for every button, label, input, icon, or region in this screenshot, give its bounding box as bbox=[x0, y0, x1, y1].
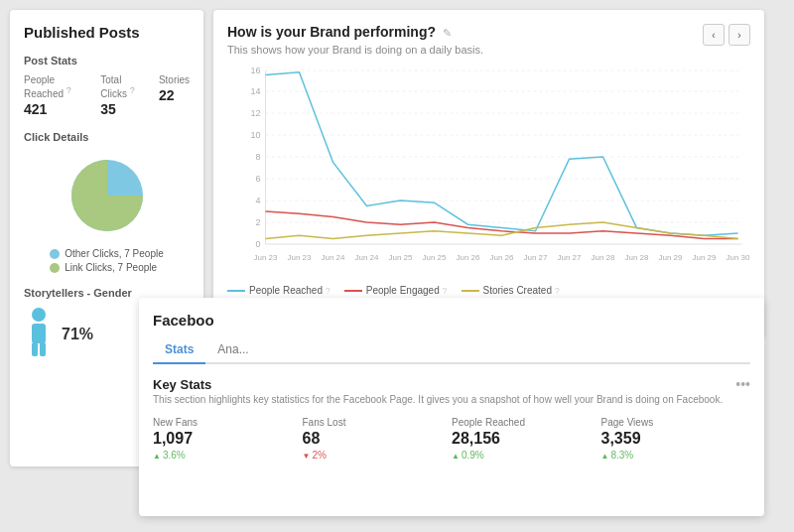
people-engaged-line bbox=[266, 211, 738, 239]
tab-analytics[interactable]: Ana... bbox=[205, 338, 260, 364]
people-reached-line bbox=[266, 72, 738, 235]
key-stats-row: New Fans 1,097 3.6% Fans Lost 68 2% Peop… bbox=[153, 417, 750, 461]
total-clicks-stat: Total Clicks ? 35 bbox=[100, 74, 147, 117]
brand-panel-subtitle: This shows how your Brand is doing on a … bbox=[227, 44, 750, 56]
svg-text:Jun 24: Jun 24 bbox=[321, 253, 345, 262]
key-stats-header: Key Stats ••• bbox=[153, 376, 750, 392]
svg-text:Jun 23: Jun 23 bbox=[253, 253, 278, 262]
key-stat-value-1: 68 bbox=[303, 430, 453, 448]
brand-line-chart: 0 2 4 6 8 10 12 14 16 Jun 23 Jun 23 Jun … bbox=[227, 66, 750, 274]
brand-chart-area: 0 2 4 6 8 10 12 14 16 Jun 23 Jun 23 Jun … bbox=[227, 66, 750, 279]
svg-rect-3 bbox=[32, 342, 38, 356]
key-stat-change-value-0: 3.6% bbox=[163, 450, 186, 461]
key-stat-value-3: 3,359 bbox=[601, 430, 751, 448]
svg-text:6: 6 bbox=[255, 174, 260, 184]
total-clicks-value: 35 bbox=[100, 101, 147, 117]
facebook-panel: Faceboo Stats Ana... Key Stats ••• This … bbox=[139, 298, 764, 516]
svg-text:Jun 29: Jun 29 bbox=[692, 253, 717, 262]
key-stat-3: Page Views 3,359 8.3% bbox=[601, 417, 751, 461]
edit-icon[interactable]: ✎ bbox=[443, 27, 452, 39]
people-reached-legend-line bbox=[227, 290, 245, 292]
key-stat-change-1: 2% bbox=[303, 450, 453, 461]
svg-text:Jun 29: Jun 29 bbox=[658, 253, 683, 262]
key-stat-label-3: Page Views bbox=[601, 417, 751, 428]
stories-value: 22 bbox=[159, 87, 190, 103]
key-stat-value-0: 1,097 bbox=[153, 430, 303, 448]
key-stat-0: New Fans 1,097 3.6% bbox=[153, 417, 303, 461]
link-clicks-dot bbox=[50, 263, 60, 273]
svg-text:Jun 27: Jun 27 bbox=[557, 253, 582, 262]
svg-text:2: 2 bbox=[255, 217, 260, 227]
people-reached-label: People Reached ? bbox=[24, 74, 88, 99]
key-stat-change-value-2: 0.9% bbox=[462, 450, 484, 461]
svg-text:Jun 26: Jun 26 bbox=[456, 253, 480, 262]
next-arrow[interactable]: › bbox=[728, 24, 750, 46]
legend-link-clicks: Link Clicks, 7 People bbox=[50, 262, 164, 273]
brand-performance-panel: How is your Brand performing? ✎ ••• This… bbox=[213, 10, 764, 337]
tab-stats[interactable]: Stats bbox=[153, 338, 205, 364]
svg-text:Jun 25: Jun 25 bbox=[422, 253, 447, 262]
key-stat-label-2: People Reached bbox=[452, 417, 601, 428]
legend-other-clicks: Other Clicks, 7 People bbox=[50, 248, 164, 259]
nav-arrows: ‹ › bbox=[703, 24, 750, 46]
arrow-up-icon-0 bbox=[153, 450, 161, 461]
pie-chart-container: Other Clicks, 7 People Link Clicks, 7 Pe… bbox=[24, 151, 190, 273]
total-clicks-label: Total Clicks ? bbox=[100, 74, 147, 99]
people-reached-value: 421 bbox=[24, 101, 88, 117]
chart-legend: Other Clicks, 7 People Link Clicks, 7 Pe… bbox=[50, 248, 164, 273]
stories-stat: Stories 22 bbox=[159, 74, 190, 117]
key-stat-1: Fans Lost 68 2% bbox=[303, 417, 453, 461]
stories-created-legend-label: Stories Created ? bbox=[483, 285, 560, 296]
key-stat-change-3: 8.3% bbox=[601, 450, 751, 461]
key-stat-label-0: New Fans bbox=[153, 417, 303, 428]
svg-text:Jun 26: Jun 26 bbox=[489, 253, 514, 262]
other-clicks-dot bbox=[50, 249, 60, 259]
stories-created-legend-line bbox=[462, 290, 479, 292]
legend-stories-created: Stories Created ? bbox=[462, 285, 560, 296]
gender-percent: 71% bbox=[62, 326, 93, 343]
key-stats-subtitle: This section highlights key statistics f… bbox=[153, 394, 750, 405]
svg-text:14: 14 bbox=[250, 86, 260, 96]
person-icon bbox=[24, 307, 54, 361]
facebook-panel-title: Faceboo bbox=[153, 312, 214, 329]
svg-text:Jun 28: Jun 28 bbox=[624, 253, 649, 262]
svg-text:8: 8 bbox=[255, 152, 260, 162]
prev-arrow[interactable]: ‹ bbox=[703, 24, 725, 46]
key-stat-change-2: 0.9% bbox=[452, 450, 601, 461]
legend-people-engaged: People Engaged ? bbox=[344, 285, 448, 296]
legend-people-reached: People Reached ? bbox=[227, 285, 331, 296]
svg-text:Jun 28: Jun 28 bbox=[591, 253, 615, 262]
brand-panel-title-group: How is your Brand performing? ✎ bbox=[227, 24, 452, 40]
svg-text:Jun 24: Jun 24 bbox=[354, 253, 379, 262]
svg-text:Jun 25: Jun 25 bbox=[388, 253, 413, 262]
svg-text:4: 4 bbox=[255, 196, 260, 205]
stories-label: Stories bbox=[159, 74, 190, 85]
svg-text:0: 0 bbox=[255, 239, 260, 249]
arrow-down-icon-1 bbox=[303, 450, 311, 461]
people-engaged-legend-line bbox=[344, 290, 362, 292]
svg-text:Jun 27: Jun 27 bbox=[523, 253, 548, 262]
key-stat-change-value-3: 8.3% bbox=[610, 450, 633, 461]
people-engaged-legend-label: People Engaged ? bbox=[366, 285, 448, 296]
person-svg bbox=[24, 307, 54, 356]
svg-text:12: 12 bbox=[250, 108, 260, 118]
svg-rect-2 bbox=[32, 324, 46, 343]
link-clicks-label: Link Clicks, 7 People bbox=[65, 262, 157, 273]
people-reached-legend-label: People Reached ? bbox=[249, 285, 331, 296]
arrow-up-icon-3 bbox=[601, 450, 609, 461]
chart-legend-row: People Reached ? People Engaged ? Storie… bbox=[227, 285, 750, 296]
pie-chart bbox=[63, 151, 152, 240]
svg-text:16: 16 bbox=[250, 66, 260, 75]
key-stat-change-0: 3.6% bbox=[153, 450, 303, 461]
brand-panel-header: How is your Brand performing? ✎ ••• bbox=[227, 24, 750, 40]
svg-text:10: 10 bbox=[250, 130, 260, 140]
svg-text:Jun 30: Jun 30 bbox=[726, 253, 750, 262]
click-details-label: Click Details bbox=[24, 131, 190, 143]
key-stat-value-2: 28,156 bbox=[452, 430, 601, 448]
post-stats-label: Post Stats bbox=[24, 55, 190, 66]
arrow-up-icon-2 bbox=[452, 450, 460, 461]
facebook-tabs: Stats Ana... bbox=[153, 338, 750, 364]
key-stats-more-icon[interactable]: ••• bbox=[735, 376, 750, 392]
post-stats-row: People Reached ? 421 Total Clicks ? 35 S… bbox=[24, 74, 190, 117]
other-clicks-label: Other Clicks, 7 People bbox=[65, 248, 164, 259]
